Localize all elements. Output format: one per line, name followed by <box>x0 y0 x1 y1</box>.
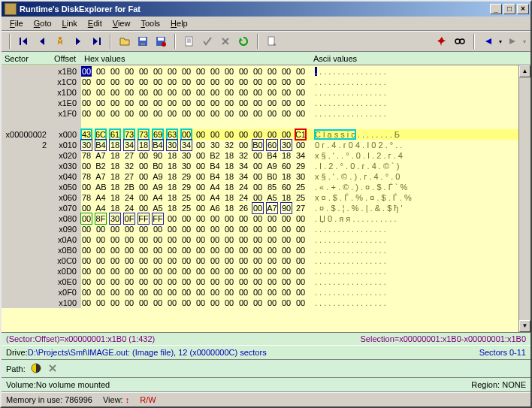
col-sector: Sector <box>2 53 51 65</box>
first-button[interactable] <box>17 34 32 49</box>
hex-row[interactable]: x0B000000000000000000000000000000000. . … <box>2 245 518 255</box>
menu-help[interactable]: Help <box>165 17 193 29</box>
back-button[interactable] <box>481 34 496 49</box>
walk-button[interactable] <box>53 34 68 49</box>
hex-row[interactable]: x0F000000000000000000000000000000000. . … <box>2 287 518 298</box>
path-line: Path: <box>2 360 530 378</box>
menu-link[interactable]: Link <box>57 17 83 29</box>
hex-grid[interactable]: x1B000000000000000000000000000000000. . … <box>2 65 530 332</box>
pin-button[interactable] <box>434 34 449 49</box>
hex-row[interactable]: x06078A4182400A4182500A4182400A51825x ¤ … <box>2 192 518 203</box>
menu-view[interactable]: View <box>107 17 136 29</box>
app-icon <box>5 3 17 15</box>
link-button[interactable] <box>452 34 467 49</box>
open-button[interactable] <box>117 34 132 49</box>
save-button[interactable] <box>135 34 150 49</box>
svg-rect-4 <box>140 38 146 41</box>
menu-file[interactable]: File <box>5 17 29 29</box>
selection-info: Selection=x00000001:x1B0-x00000001:x1B0 <box>361 334 526 343</box>
status-line: (Sector:Offset)=x00000001:x1B0 (1:432) S… <box>2 332 530 345</box>
svg-rect-5 <box>141 43 145 45</box>
memory-info: Memory in use: 786996 <box>6 395 92 404</box>
svg-point-8 <box>162 42 166 47</box>
toolbar: ▾ ▾ <box>2 31 530 52</box>
path-icon1[interactable] <box>30 362 42 376</box>
volume-line: Volume: No volume mounted Region: NONE <box>2 378 530 392</box>
menubar: File Goto Link Edit View Tools Help <box>2 17 530 31</box>
doc-button[interactable] <box>182 34 197 49</box>
x-button[interactable] <box>218 34 233 49</box>
titlebar: Runtime's DiskExplorer for Fat _ □ × <box>2 2 530 17</box>
scroll-up-button[interactable]: ▲ <box>519 65 530 77</box>
fwd-button[interactable] <box>505 34 520 49</box>
hex-row[interactable]: x1F000000000000000000000000000000000. . … <box>2 108 518 119</box>
path-label: Path: <box>6 364 26 373</box>
hex-row[interactable]: 2x01030B4183418B4303400303200B06030000 г… <box>2 140 518 150</box>
hex-row[interactable]: x0E000000000000000000000000000000000. . … <box>2 277 518 287</box>
rw-indicator: R/W <box>140 395 156 404</box>
svg-point-12 <box>460 39 464 44</box>
drive-path: D:\Projects\Smf\IMAGE.out: (Image file),… <box>28 348 267 357</box>
svg-point-11 <box>455 39 460 44</box>
menu-tools[interactable]: Tools <box>135 17 165 29</box>
hex-row[interactable]: x05000AB182B00A9182900A4182400856025. « … <box>2 182 518 192</box>
col-hex: Hex values <box>81 53 310 65</box>
maximize-button[interactable]: □ <box>503 4 515 14</box>
check-button[interactable] <box>200 34 215 49</box>
next-button[interactable] <box>71 34 86 49</box>
hex-row[interactable]: x1B000000000000000000000000000000000. . … <box>2 66 518 77</box>
hex-row[interactable]: x1E000000000000000000000000000000000. . … <box>2 98 518 108</box>
svg-rect-9 <box>186 37 192 46</box>
bottom-bar: Memory in use: 786996 View: ↕ R/W <box>2 392 530 406</box>
region-value: NONE <box>502 380 526 389</box>
hex-row[interactable]: x10000000000000000000000000000000000. . … <box>2 298 518 308</box>
hex-row[interactable]: x02078A718270090183000B2183200B41834x § … <box>2 150 518 161</box>
path-icon2[interactable] <box>47 362 59 376</box>
hex-row[interactable]: x04078A7182700A9182900B4183400B01830x § … <box>2 171 518 182</box>
col-ascii: Ascii values <box>310 53 360 65</box>
hex-row[interactable]: x09000000000000000000000000000000000. . … <box>2 224 518 234</box>
hex-row[interactable]: x1D000000000000000000000000000000000. . … <box>2 87 518 98</box>
svg-rect-7 <box>158 38 164 41</box>
minimize-button[interactable]: _ <box>490 4 502 14</box>
region-label: Region: <box>471 380 502 389</box>
hex-row[interactable]: x0D000000000000000000000000000000000. . … <box>2 266 518 277</box>
hex-row[interactable]: x07000A4182400A5182500A6182600A79027. ¤ … <box>2 203 518 213</box>
svg-rect-0 <box>20 38 21 45</box>
view-h-icon[interactable]: ↕ <box>125 395 130 404</box>
hex-row[interactable]: x0C000000000000000000000000000000000. . … <box>2 255 518 266</box>
cursor-pos: (Sector:Offset)=x00000001:x1B0 (1:432) <box>6 334 155 343</box>
hex-row[interactable]: x03000B2183200B0183000B4183400A96029. I … <box>2 161 518 171</box>
prev-button[interactable] <box>35 34 50 49</box>
volume-label: Volume: <box>6 380 36 389</box>
column-header: Sector Offset Hex values Ascii values <box>2 52 530 65</box>
refresh-button[interactable] <box>236 34 251 49</box>
doc-arrow-button[interactable] <box>264 34 280 49</box>
svg-rect-10 <box>268 37 274 45</box>
drive-sectors: Sectors 0-11 <box>479 348 526 357</box>
hex-row[interactable]: x1C000000000000000000000000000000000. . … <box>2 77 518 87</box>
col-offset: Offset <box>51 53 81 65</box>
vscrollbar[interactable]: ▲ ▼ <box>518 65 530 332</box>
view-label: View: <box>103 395 123 404</box>
svg-point-1 <box>59 37 62 40</box>
menu-goto[interactable]: Goto <box>29 17 57 29</box>
hex-row[interactable]: x0A000000000000000000000000000000000. . … <box>2 234 518 245</box>
svg-rect-2 <box>99 38 101 45</box>
scroll-down-button[interactable]: ▼ <box>519 320 530 332</box>
hex-row[interactable]: x080008F300FFFFF00000000000000000000. Џ … <box>2 213 518 224</box>
volume-value: No volume mounted <box>36 380 110 389</box>
window-title: Runtime's DiskExplorer for Fat <box>20 5 141 14</box>
hex-row[interactable]: x00000002x000436C61737369630000000000000… <box>2 129 518 140</box>
drive-line: Drive: D:\Projects\Smf\IMAGE.out: (Image… <box>2 345 530 360</box>
menu-edit[interactable]: Edit <box>83 17 107 29</box>
hex-row[interactable] <box>2 119 518 129</box>
close-button[interactable]: × <box>517 4 529 14</box>
last-button[interactable] <box>89 34 104 49</box>
save2-button[interactable] <box>153 34 168 49</box>
drive-label: Drive: <box>6 348 28 357</box>
